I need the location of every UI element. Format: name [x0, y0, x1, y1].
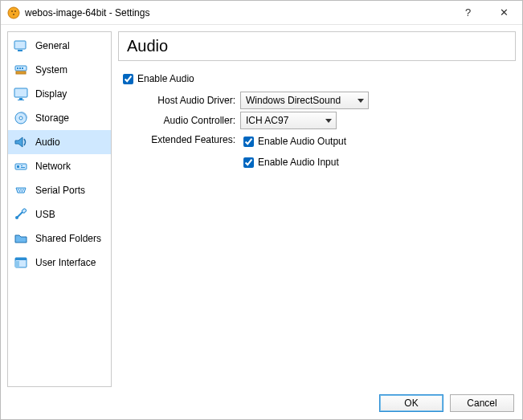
sidebar-item-label: System [35, 64, 67, 75]
svg-rect-4 [14, 41, 26, 49]
svg-rect-17 [17, 165, 19, 168]
svg-rect-13 [18, 100, 24, 100]
window-title: webos-image-64bit - Settings [25, 7, 450, 18]
audio-icon [13, 134, 29, 150]
sidebar-item-label: Network [35, 161, 71, 172]
enable-audio-input-checkbox[interactable] [243, 157, 254, 168]
system-icon [13, 62, 29, 78]
svg-rect-19 [21, 167, 25, 168]
network-icon [13, 158, 29, 174]
svg-point-20 [18, 189, 19, 190]
svg-rect-28 [15, 258, 27, 260]
sidebar-item-usb[interactable]: USB [8, 202, 111, 226]
enable-audio-output-label: Enable Audio Output [258, 136, 346, 147]
sidebar-item-label: USB [35, 209, 55, 220]
app-icon [7, 6, 20, 19]
footer: OK Cancel [1, 387, 522, 419]
sidebar-item-serial-ports[interactable]: Serial Ports [8, 178, 111, 202]
svg-point-26 [15, 216, 18, 219]
sidebar-item-label: Display [35, 88, 67, 100]
svg-rect-8 [19, 67, 21, 69]
sidebar-item-system[interactable]: System [8, 58, 111, 82]
sidebar-item-label: Storage [35, 112, 69, 124]
host-audio-driver-label: Host Audio Driver: [136, 95, 240, 106]
svg-rect-18 [21, 165, 22, 166]
sidebar-item-general[interactable]: General [8, 34, 111, 58]
sidebar-item-display[interactable]: Display [8, 82, 111, 106]
close-icon: ✕ [500, 6, 509, 18]
user-interface-icon [13, 255, 29, 271]
enable-audio-row: Enable Audio [120, 69, 513, 88]
extended-features-group: Enable Audio Output Enable Audio Input [240, 132, 346, 175]
svg-rect-12 [19, 98, 22, 100]
shared-folders-icon [13, 230, 29, 247]
serial-ports-icon [13, 182, 29, 198]
audio-controller-select[interactable]: ICH AC97 [240, 112, 337, 129]
sidebar-item-network[interactable]: Network [8, 154, 111, 178]
titlebar: webos-image-64bit - Settings ? ✕ [1, 1, 522, 25]
sidebar: General System Display Storage [7, 31, 112, 387]
sidebar-item-label: Audio [35, 137, 60, 148]
enable-audio-checkbox[interactable] [123, 74, 133, 84]
chevron-down-icon [325, 115, 332, 126]
host-audio-driver-select[interactable]: Windows DirectSound [240, 92, 369, 109]
storage-icon [13, 110, 29, 126]
svg-point-21 [20, 189, 22, 190]
body: General System Display Storage [1, 25, 522, 387]
sidebar-item-label: General [35, 40, 70, 51]
sidebar-item-label: Serial Ports [35, 185, 85, 196]
svg-point-24 [22, 190, 23, 192]
svg-point-15 [19, 116, 22, 120]
svg-point-2 [14, 10, 16, 12]
svg-point-23 [19, 190, 21, 192]
sidebar-item-label: User Interface [35, 257, 96, 268]
section-title: Audio [118, 31, 516, 61]
display-icon [13, 86, 29, 102]
sidebar-item-storage[interactable]: Storage [8, 106, 111, 130]
enable-audio-output-checkbox[interactable] [243, 137, 254, 147]
audio-settings: Enable Audio Host Audio Driver: Windows … [118, 66, 516, 177]
sidebar-item-label: Shared Folders [35, 233, 101, 244]
audio-controller-label: Audio Controller: [136, 115, 240, 126]
svg-point-0 [8, 7, 19, 18]
svg-rect-5 [18, 50, 22, 51]
extended-features-label: Extended Features: [136, 132, 240, 145]
sidebar-item-user-interface[interactable]: User Interface [8, 251, 111, 275]
sidebar-item-audio[interactable]: Audio [8, 130, 111, 154]
svg-rect-9 [22, 67, 23, 69]
audio-controller-value: ICH AC97 [246, 115, 288, 126]
svg-rect-11 [14, 88, 27, 97]
ok-button[interactable]: OK [379, 394, 443, 412]
svg-point-3 [13, 14, 14, 15]
svg-rect-7 [17, 67, 18, 69]
settings-window: webos-image-64bit - Settings ? ✕ General… [0, 0, 523, 420]
close-button[interactable]: ✕ [486, 1, 522, 25]
enable-audio-input-label: Enable Audio Input [258, 157, 339, 168]
cancel-button[interactable]: Cancel [450, 394, 514, 412]
svg-point-22 [22, 189, 24, 190]
sidebar-item-shared-folders[interactable]: Shared Folders [8, 226, 111, 251]
chevron-down-icon [358, 95, 364, 106]
svg-rect-29 [15, 261, 19, 267]
host-audio-driver-value: Windows DirectSound [246, 95, 341, 106]
enable-audio-label: Enable Audio [137, 73, 194, 84]
main-panel: Audio Enable Audio Host Audio Driver: Wi… [118, 31, 516, 387]
usb-icon [13, 206, 29, 222]
general-icon [13, 38, 29, 54]
help-button[interactable]: ? [450, 1, 486, 25]
help-icon: ? [465, 6, 471, 18]
svg-rect-10 [16, 71, 26, 74]
svg-point-1 [11, 10, 13, 12]
